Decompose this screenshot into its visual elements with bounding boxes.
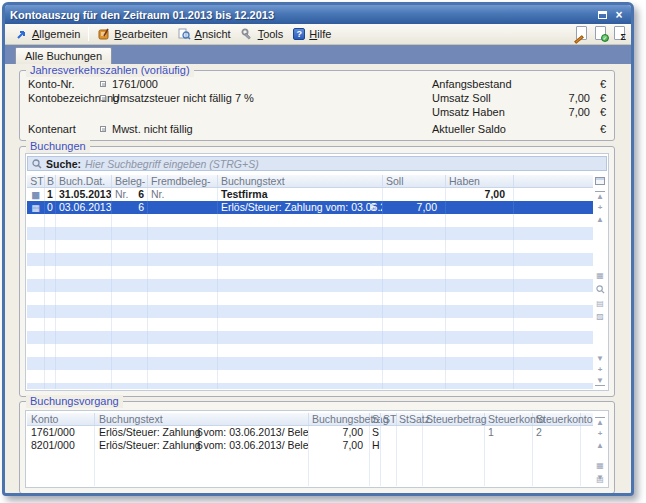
empty-row[interactable] [27, 344, 593, 357]
column-header[interactable]: Soll [383, 175, 446, 187]
screen: Kontoauszug für den Zeitraum 01.2013 bis… [0, 0, 646, 503]
group-title: Jahresverkehrszahlen (vorläufig) [26, 64, 194, 77]
table-row[interactable]: ▦ 1 31.05.2013 6 Testfirma 7,00 [27, 188, 593, 201]
empty-row[interactable] [27, 253, 593, 266]
grid-view-icon[interactable]: ▦ [595, 271, 605, 280]
column-chooser-icon[interactable] [595, 177, 605, 185]
empty-row[interactable] [27, 318, 593, 331]
field-label: Umsatz Haben [432, 106, 505, 119]
buchungen-header-row: ST B Buch.Dat. Beleg-Nr. Fremdbeleg-Nr. … [27, 175, 593, 188]
column-header[interactable]: Beleg-Nr. [112, 175, 148, 187]
currency-label: € [600, 92, 606, 105]
empty-row[interactable] [27, 370, 593, 383]
column-header[interactable]: ST [381, 413, 397, 425]
close-button[interactable]: × [612, 8, 626, 21]
field-row: Konto-Nr. 1761/000 Anfangsbestand € [20, 78, 614, 91]
column-header[interactable]: ST [27, 175, 45, 187]
nav-next-icon[interactable]: ▼ [595, 473, 605, 482]
field-value: 7,00 [520, 106, 590, 119]
column-header[interactable]: Haben [446, 175, 514, 187]
column-header[interactable]: Steuerkonto 2 [533, 413, 581, 425]
column-header [581, 413, 593, 425]
menu-ansicht[interactable]: Ansicht [173, 26, 236, 43]
search-input[interactable] [85, 158, 602, 170]
nav-marker-icon[interactable]: + [595, 429, 605, 438]
group-buchungen: Buchungen Suche: ST B Buch.Dat. Beleg-Nr… [19, 146, 615, 397]
empty-row[interactable] [27, 305, 593, 318]
column-header[interactable]: B [45, 175, 56, 187]
empty-row[interactable] [27, 465, 593, 478]
wrench-icon [241, 28, 254, 41]
empty-row[interactable] [27, 240, 593, 253]
table-row[interactable]: 1761/000 Erlös/Steuer: Zahlung vom: 03.0… [27, 426, 593, 439]
list-view-icon[interactable]: ▤ [595, 299, 605, 308]
field-value: Umsatzsteuer nicht fällig 7 % [112, 92, 254, 105]
nav-prev-icon[interactable]: ▲ [595, 215, 605, 224]
app-window: Kontoauszug für den Zeitraum 01.2013 bis… [2, 2, 634, 496]
nav-prev-icon[interactable]: ▲ [595, 441, 605, 450]
column-header[interactable]: Buch.Dat. [56, 175, 112, 187]
empty-row[interactable] [27, 331, 593, 344]
nav-first-icon[interactable]: ▲ [595, 417, 605, 427]
menubar: Allgemein Bearbeiten Ansicht Tools [5, 24, 631, 45]
nav-marker-icon[interactable]: + [595, 203, 605, 212]
grid-view-icon[interactable]: ▦ [595, 461, 605, 470]
nav-marker-icon[interactable]: + [595, 365, 605, 374]
nav-first-icon[interactable]: ▲ [595, 191, 605, 201]
nav-last-icon[interactable]: ▼ [595, 376, 605, 386]
column-header[interactable]: Buchungstext [95, 413, 309, 425]
post-button[interactable]: ✓ [595, 26, 606, 40]
empty-row[interactable] [27, 279, 593, 292]
sum-button[interactable]: Σ [614, 26, 625, 40]
grid-nav-strip: ▲ + ▲ ▦ ▤ ▼ [593, 413, 607, 486]
menu-hilfe[interactable]: ? Hilfe [288, 26, 336, 42]
empty-row[interactable] [27, 478, 593, 486]
record-grid-icon: ▦ [31, 203, 40, 213]
buchungsvorgang-header-row: Konto Buchungstext Buchungsbetrag S ST S… [27, 413, 593, 426]
empty-row[interactable] [27, 266, 593, 279]
field-value: 7,00 [520, 92, 590, 105]
menu-tools[interactable]: Tools [236, 26, 289, 43]
view-magnifier-icon [178, 28, 191, 41]
field-row: Kontobezeichnung Umsatzsteuer nicht fäll… [20, 92, 614, 105]
nav-next-icon[interactable]: ▼ [595, 354, 605, 363]
column-header[interactable]: StSatz [397, 413, 423, 425]
empty-row[interactable] [27, 227, 593, 240]
column-header[interactable]: Steuerbetrag [423, 413, 485, 425]
content: Jahresverkehrszahlen (vorläufig) Konto-N… [8, 67, 628, 490]
empty-row[interactable] [27, 383, 593, 389]
search-icon [32, 159, 42, 169]
search-bar[interactable]: Suche: [27, 156, 607, 171]
column-header[interactable]: Fremdbeleg-Nr. [148, 175, 218, 187]
empty-row[interactable] [27, 214, 593, 227]
empty-row[interactable] [27, 292, 593, 305]
sheet-view-icon[interactable]: ▨ [595, 312, 605, 321]
empty-row[interactable] [27, 452, 593, 465]
column-header[interactable]: Konto [27, 413, 95, 425]
window-title: Kontoauszug für den Zeitraum 01.2013 bis… [10, 9, 592, 21]
grid-nav-strip: ▲ + ▲ ▦ ▤ ▨ ▼ + ▼ [593, 175, 607, 389]
toolbar-right: ✓ Σ [576, 26, 625, 40]
menu-bearbeiten[interactable]: Bearbeiten [92, 26, 172, 43]
column-header[interactable]: Steuerkonto 1 [485, 413, 533, 425]
group-title: Buchungen [26, 140, 90, 153]
zoom-icon[interactable] [595, 285, 605, 295]
column-header[interactable]: Buchungstext [218, 175, 383, 187]
report-button[interactable] [576, 26, 587, 40]
field-value: 1761/000 [112, 78, 158, 91]
buchungsvorgang-grid: Konto Buchungstext Buchungsbetrag S ST S… [27, 413, 593, 486]
column-header[interactable]: Buchungsbetrag [309, 413, 370, 425]
search-label: Suche: [46, 158, 81, 170]
empty-row[interactable] [27, 357, 593, 370]
table-row-selected[interactable]: ▦ 0 03.06.2013 6 Erlös/Steuer: Zahlung v… [27, 201, 593, 214]
buchungen-grid: ST B Buch.Dat. Beleg-Nr. Fremdbeleg-Nr. … [27, 175, 593, 389]
menu-allgemein[interactable]: Allgemein [10, 26, 85, 43]
tab-alle-buchungen[interactable]: Alle Buchungen [15, 47, 112, 64]
field-row: Umsatz Haben 7,00 € [20, 106, 614, 119]
restore-button[interactable] [595, 8, 609, 21]
currency-label: € [600, 78, 606, 91]
table-row[interactable]: 8201/000 Erlös/Steuer: Zahlung vom: 03.0… [27, 439, 593, 452]
column-header[interactable]: S [370, 413, 381, 425]
group-jahresverkehrszahlen: Jahresverkehrszahlen (vorläufig) Konto-N… [19, 70, 615, 141]
titlebar[interactable]: Kontoauszug für den Zeitraum 01.2013 bis… [5, 5, 631, 24]
